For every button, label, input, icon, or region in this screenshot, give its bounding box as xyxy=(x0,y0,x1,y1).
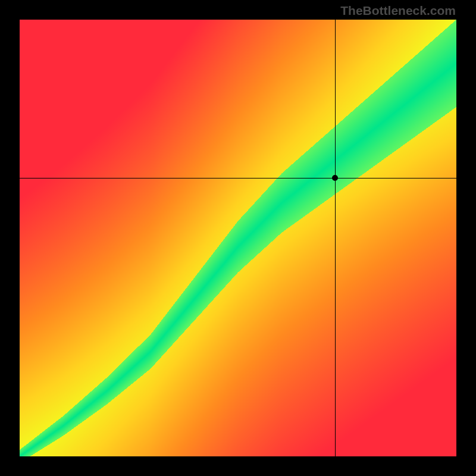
crosshair-vertical xyxy=(335,20,336,456)
crosshair-marker xyxy=(332,175,338,181)
crosshair-horizontal xyxy=(20,178,456,178)
heatmap-canvas xyxy=(20,20,456,456)
watermark-text: TheBottleneck.com xyxy=(340,4,456,18)
heatmap-plot xyxy=(20,20,456,456)
chart-frame: TheBottleneck.com xyxy=(0,0,476,476)
